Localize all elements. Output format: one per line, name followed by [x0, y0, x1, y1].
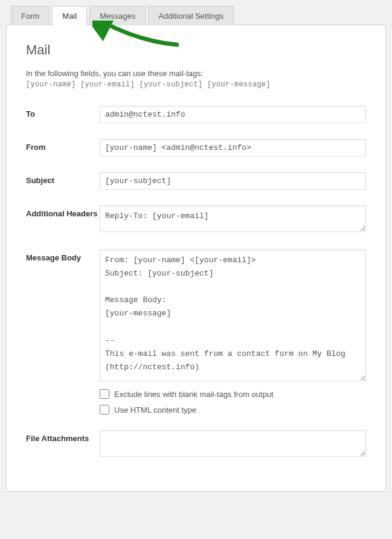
field-to: To — [26, 106, 366, 123]
mail-panel: Mail In the following fields, you can us… — [6, 25, 386, 492]
headers-textarea[interactable] — [100, 205, 366, 232]
subject-input[interactable] — [100, 172, 366, 190]
body-textarea[interactable] — [100, 250, 366, 381]
body-label: Message Body — [26, 250, 100, 262]
headers-label: Additional Headers — [26, 205, 100, 218]
subject-label: Subject — [26, 172, 100, 185]
field-file-attachments: File Attachments — [26, 430, 366, 459]
tab-form[interactable]: Form — [11, 6, 50, 25]
tab-mail[interactable]: Mail — [52, 6, 87, 26]
field-message-body: Message Body Exclude lines with blank ma… — [26, 250, 366, 415]
field-subject: Subject — [26, 172, 366, 190]
field-additional-headers: Additional Headers — [26, 205, 366, 234]
attachments-textarea[interactable] — [100, 430, 366, 457]
tab-additional-settings[interactable]: Additional Settings — [148, 6, 234, 25]
exclude-blank-checkbox[interactable] — [100, 389, 109, 399]
panel-title: Mail — [26, 42, 366, 58]
from-input[interactable] — [100, 139, 366, 157]
use-html-label[interactable]: Use HTML content type — [114, 405, 196, 415]
tab-messages[interactable]: Messages — [89, 6, 146, 25]
mail-tags-list: [your-name] [your-email] [your-subject] … — [26, 80, 366, 89]
tab-bar: Form Mail Messages Additional Settings — [6, 6, 386, 25]
attachments-label: File Attachments — [26, 430, 100, 443]
from-label: From — [26, 139, 100, 152]
use-html-checkbox[interactable] — [100, 405, 109, 415]
field-from: From — [26, 139, 366, 157]
intro-text: In the following fields, you can use the… — [26, 69, 366, 78]
to-label: To — [26, 106, 100, 118]
to-input[interactable] — [100, 106, 366, 123]
exclude-blank-label[interactable]: Exclude lines with blank mail-tags from … — [114, 390, 274, 399]
